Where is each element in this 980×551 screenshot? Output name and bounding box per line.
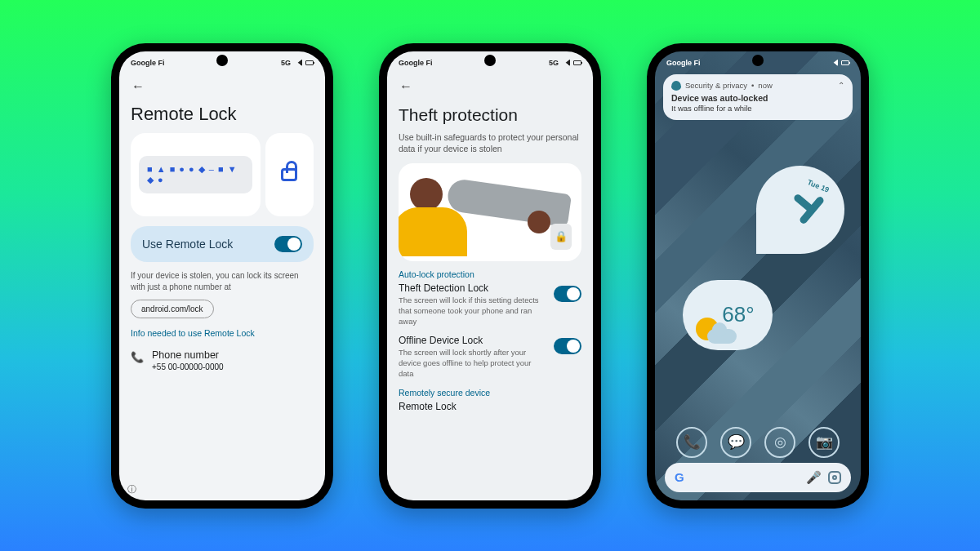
notification-title: Device was auto-locked [671, 93, 844, 103]
passcode-card: ■ ▲ ■ ● ● ◆ – ■ ▼ ◆ ● [131, 133, 261, 216]
clock-date: Tue 19 [806, 178, 831, 194]
phone-number-label: Phone number [152, 349, 224, 361]
back-button[interactable]: ← [395, 76, 416, 97]
battery-icon [841, 60, 849, 65]
lock-card [265, 133, 314, 216]
phone-lockscreen: Google Fi Security & privacy • now ⌃ Dev… [647, 43, 869, 509]
network-label: 5G [281, 59, 291, 67]
app-dock: 📞 💬 ◎ 📷 [655, 427, 861, 458]
notification-time: now [758, 81, 772, 90]
offline-lock-row[interactable]: Offline Device Lock The screen will lock… [399, 335, 581, 379]
lens-icon[interactable] [828, 471, 841, 484]
setting-desc: The screen will lock shortly after your … [399, 348, 547, 379]
help-text: If your device is stolen, you can lock i… [131, 270, 314, 293]
shield-icon [671, 81, 681, 91]
battery-icon [573, 60, 581, 65]
notification-body: It was offline for a while [671, 104, 844, 113]
notification-card[interactable]: Security & privacy • now ⌃ Device was au… [663, 74, 853, 120]
carrier-label: Google Fi [399, 59, 433, 67]
remote-lock-switch[interactable] [274, 236, 302, 252]
setting-desc: The screen will lock if this setting det… [399, 295, 547, 327]
phone-app-icon[interactable]: 📞 [676, 427, 707, 458]
section-remote: Remotely secure device [399, 388, 581, 398]
info-needed-link[interactable]: Info needed to use Remote Lock [131, 328, 314, 338]
toggle-label: Use Remote Lock [142, 238, 233, 251]
mic-icon[interactable]: 🎤 [806, 470, 822, 485]
remote-lock-title[interactable]: Remote Lock [399, 401, 581, 412]
info-icon[interactable]: ⓘ [127, 483, 136, 495]
weather-widget[interactable]: 68° [683, 280, 773, 350]
phone-theft-protection: Google Fi 5G ← Theft protection Use buil… [379, 43, 601, 509]
camera-notch [216, 55, 228, 66]
signal-icon [562, 60, 570, 66]
passcode-glyphs: ■ ▲ ■ ● ● ◆ – ■ ▼ ◆ ● [139, 156, 252, 193]
signal-icon [294, 60, 302, 66]
chevron-up-icon[interactable]: ⌃ [838, 81, 844, 90]
search-bar[interactable]: G 🎤 [665, 463, 851, 492]
page-title: Remote Lock [131, 104, 314, 125]
theft-illustration: 🔒 [399, 163, 581, 261]
camera-notch [752, 55, 764, 66]
lock-icon [281, 168, 297, 181]
page-title: Theft protection [399, 105, 581, 125]
setting-title: Offline Device Lock [399, 335, 547, 346]
signal-icon [830, 60, 838, 66]
use-remote-lock-row[interactable]: Use Remote Lock [131, 226, 314, 262]
carrier-label: Google Fi [131, 59, 165, 67]
network-label: 5G [549, 59, 559, 67]
clock-widget[interactable]: Tue 19 [756, 166, 844, 254]
back-button[interactable]: ← [127, 76, 149, 97]
page-subtitle: Use built-in safeguards to protect your … [399, 131, 581, 155]
section-autolock: Auto-lock protection [399, 269, 581, 279]
theft-detection-switch[interactable] [554, 286, 581, 302]
chrome-app-icon[interactable]: ◎ [764, 427, 795, 458]
cloud-icon [707, 329, 737, 344]
temperature: 68° [722, 302, 754, 327]
carrier-label: Google Fi [666, 59, 701, 67]
phone-icon: 📞 [131, 351, 144, 363]
offline-lock-switch[interactable] [554, 338, 581, 354]
phone-number-value: +55 00-00000-0000 [152, 362, 224, 371]
phone-remote-lock: Google Fi 5G ← Remote Lock ■ ▲ ■ ● ● ◆ –… [111, 43, 333, 509]
camera-app-icon[interactable]: 📷 [808, 427, 840, 458]
theft-detection-row[interactable]: Theft Detection Lock The screen will loc… [399, 282, 581, 327]
google-g-icon: G [675, 470, 684, 484]
lock-url-chip[interactable]: android.com/lock [131, 300, 214, 318]
device-icon: 🔒 [550, 224, 572, 250]
camera-notch [484, 55, 496, 66]
phone-number-row[interactable]: 📞 Phone number +55 00-00000-0000 [131, 349, 314, 371]
messages-app-icon[interactable]: 💬 [720, 427, 751, 458]
setting-title: Theft Detection Lock [399, 282, 547, 294]
notification-app: Security & privacy [685, 81, 747, 90]
battery-icon [305, 60, 314, 65]
